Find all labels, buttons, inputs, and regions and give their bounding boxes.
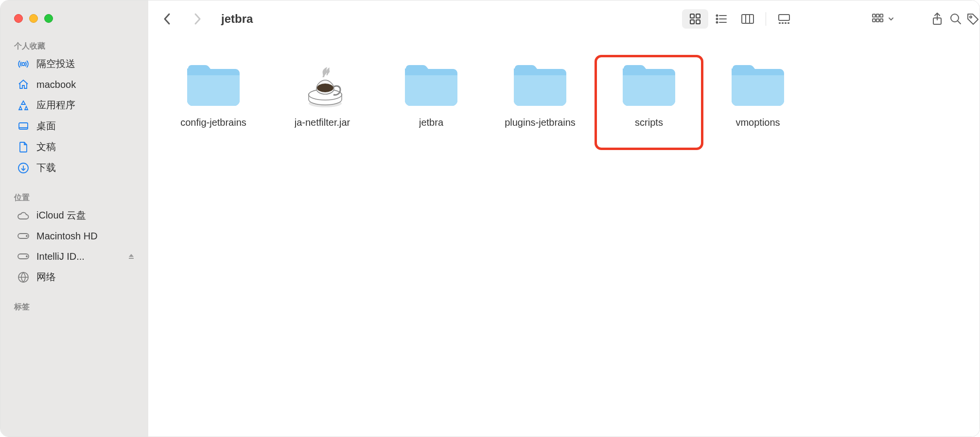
airdrop-icon xyxy=(17,58,30,70)
sidebar: 个人收藏 隔空投送 macbook 应用程序 桌面 xyxy=(0,0,148,437)
file-label: jetbra xyxy=(419,117,443,128)
globe-icon xyxy=(17,271,30,284)
file-label: scripts xyxy=(635,117,663,128)
svg-rect-22 xyxy=(873,14,875,17)
finder-window: 个人收藏 隔空投送 macbook 应用程序 桌面 xyxy=(0,0,980,437)
svg-point-37 xyxy=(317,84,333,92)
sidebar-item-label: Macintosh HD xyxy=(36,231,98,242)
sidebar-item-airdrop[interactable]: 隔空投送 xyxy=(3,53,145,74)
svg-point-13 xyxy=(717,15,718,17)
svg-rect-16 xyxy=(742,15,753,23)
folder-item[interactable]: plugins-jetbrains xyxy=(486,55,595,150)
folder-icon xyxy=(728,60,788,110)
sidebar-item-label: 下载 xyxy=(36,161,56,174)
sidebar-item-label: 桌面 xyxy=(36,119,56,133)
document-icon xyxy=(17,141,30,153)
svg-rect-19 xyxy=(782,22,784,24)
eject-icon[interactable] xyxy=(128,253,135,260)
applications-icon xyxy=(17,99,30,112)
sidebar-section-locations: 位置 xyxy=(0,188,148,205)
svg-rect-10 xyxy=(696,14,700,18)
sidebar-section-tags: 标签 xyxy=(0,297,148,314)
sidebar-item-label: iCloud 云盘 xyxy=(36,209,86,222)
svg-rect-18 xyxy=(779,22,781,24)
sidebar-item-desktop[interactable]: 桌面 xyxy=(3,116,145,136)
svg-point-29 xyxy=(970,16,972,18)
column-view-button[interactable] xyxy=(735,9,761,29)
svg-rect-27 xyxy=(880,19,883,22)
svg-rect-26 xyxy=(876,19,879,22)
maximize-button[interactable] xyxy=(44,14,53,23)
folder-item[interactable]: jetbra xyxy=(377,55,486,150)
sidebar-item-label: IntelliJ ID... xyxy=(36,251,85,262)
sidebar-item-downloads[interactable]: 下载 xyxy=(3,157,145,178)
window-controls xyxy=(0,14,148,23)
folder-item[interactable]: scripts xyxy=(595,55,703,150)
folder-icon xyxy=(183,60,244,110)
svg-rect-7 xyxy=(129,258,134,259)
home-icon xyxy=(17,78,30,91)
view-switcher xyxy=(682,9,797,29)
sidebar-item-macintosh-hd[interactable]: Macintosh HD xyxy=(3,226,145,246)
svg-rect-9 xyxy=(690,14,694,18)
svg-point-15 xyxy=(717,22,718,23)
svg-rect-20 xyxy=(785,22,787,24)
close-button[interactable] xyxy=(14,14,23,23)
svg-point-6 xyxy=(26,256,27,257)
sidebar-item-intellij[interactable]: IntelliJ ID... xyxy=(3,246,145,267)
svg-rect-11 xyxy=(690,20,694,24)
sidebar-item-label: 文稿 xyxy=(36,140,56,153)
toolbar-divider xyxy=(766,12,766,26)
download-icon xyxy=(17,162,30,174)
sidebar-item-label: 隔空投送 xyxy=(36,57,75,70)
gallery-view-button[interactable] xyxy=(771,9,797,29)
window-title: jetbra xyxy=(221,12,253,26)
svg-rect-24 xyxy=(880,14,883,17)
back-button[interactable] xyxy=(161,13,174,25)
minimize-button[interactable] xyxy=(29,14,38,23)
svg-point-14 xyxy=(717,18,718,20)
svg-point-4 xyxy=(26,235,27,236)
sidebar-item-label: 应用程序 xyxy=(36,99,75,112)
group-by-button[interactable] xyxy=(872,9,894,29)
chevron-down-icon xyxy=(888,17,894,21)
svg-rect-23 xyxy=(876,14,879,17)
folder-item[interactable]: config-jetbrains xyxy=(159,55,268,150)
svg-rect-12 xyxy=(696,20,700,24)
file-label: plugins-jetbrains xyxy=(505,117,576,128)
svg-rect-21 xyxy=(788,22,789,24)
file-label: ja-netfilter.jar xyxy=(295,117,350,128)
sidebar-item-label: macbook xyxy=(36,79,76,90)
sidebar-item-applications[interactable]: 应用程序 xyxy=(3,95,145,116)
icon-view-button[interactable] xyxy=(682,9,708,29)
file-item[interactable]: ja-netfilter.jar xyxy=(268,55,377,150)
folder-icon xyxy=(619,60,679,110)
desktop-icon xyxy=(17,120,30,133)
sidebar-item-home[interactable]: macbook xyxy=(3,74,145,95)
toolbar: jetbra xyxy=(148,0,980,37)
sidebar-item-network[interactable]: 网络 xyxy=(3,267,145,287)
file-label: config-jetbrains xyxy=(180,117,246,128)
sidebar-item-icloud[interactable]: iCloud 云盘 xyxy=(3,205,145,226)
file-grid[interactable]: config-jetbrains ja-netfilter.jar jetbra… xyxy=(148,37,980,437)
svg-point-0 xyxy=(22,63,25,66)
jar-icon xyxy=(292,60,352,110)
disk-icon xyxy=(17,230,30,242)
disk-icon xyxy=(17,250,30,263)
cloud-icon xyxy=(17,209,30,222)
folder-item[interactable]: vmoptions xyxy=(703,55,812,150)
search-button[interactable] xyxy=(945,9,967,29)
sidebar-section-favorites: 个人收藏 xyxy=(0,36,148,53)
nav-arrows xyxy=(161,13,204,25)
svg-rect-1 xyxy=(19,123,28,129)
content-area: jetbra xyxy=(148,0,980,437)
list-view-button[interactable] xyxy=(708,9,735,29)
folder-icon xyxy=(401,60,461,110)
forward-button[interactable] xyxy=(191,13,204,25)
sidebar-item-documents[interactable]: 文稿 xyxy=(3,136,145,157)
sidebar-item-label: 网络 xyxy=(36,270,56,284)
file-label: vmoptions xyxy=(735,117,780,128)
svg-rect-25 xyxy=(873,19,875,22)
svg-rect-17 xyxy=(779,15,789,20)
folder-icon xyxy=(510,60,570,110)
